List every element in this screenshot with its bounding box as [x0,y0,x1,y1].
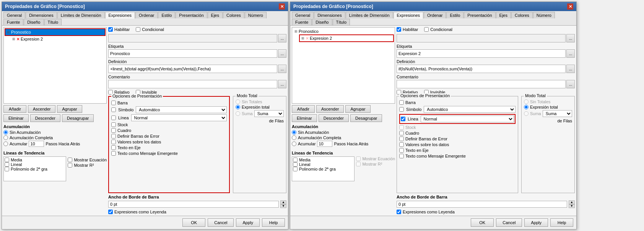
d2-condicion-input[interactable]: IsNull(Venta) [397,34,566,42]
d2-etiqueta-input[interactable] [397,49,566,58]
dialog1-close-button[interactable]: ✕ [279,3,285,10]
tab-limites[interactable]: Límites de Dimensión [57,12,105,18]
d2-tab-presentacion[interactable]: Presentación [464,12,495,18]
d2-suma-select[interactable]: Suma [543,110,572,117]
stock-checkbox[interactable] [111,122,116,127]
d2-texto-mensaje-checkbox[interactable] [399,154,404,158]
sin-acumulacion-radio[interactable] [3,130,8,135]
linea-select[interactable]: Normal [131,114,227,121]
tab-ejes[interactable]: Ejes [208,12,223,18]
comentario-edit-btn[interactable]: ... [278,80,286,88]
barra-checkbox[interactable] [111,101,116,105]
expresion-total-radio[interactable] [236,105,240,109]
d2-comentario-edit-btn[interactable]: ... [566,80,575,88]
tab-dimensiones[interactable]: Dimensiones [26,12,57,18]
sin-totales-radio[interactable] [236,99,240,104]
ancho-up-btn[interactable]: ▲ [280,200,286,204]
valores-datos-checkbox[interactable] [111,140,116,144]
d2-tab-expresiones[interactable]: Expresiones [394,12,424,19]
d2-acumular-radio[interactable] [292,142,296,146]
dialog2-tree[interactable]: ⊞ Pronostico ⊞ ✕ Expresion 2 [292,27,395,104]
ancho-down-btn[interactable]: ▼ [280,204,286,208]
lineal-checkbox[interactable] [5,162,9,167]
media-checkbox[interactable] [5,158,9,162]
d2-definicion-input[interactable] [397,65,566,73]
help-button[interactable]: Help [262,218,285,227]
texto-eje-checkbox[interactable] [111,145,116,150]
definicion-edit-btn[interactable]: ... [278,65,286,73]
suma-radio[interactable] [236,111,240,116]
d2-simbolo-checkbox[interactable] [399,107,404,112]
d2-polinomio-checkbox[interactable] [293,167,298,171]
tab-presentacion[interactable]: Presentación [176,12,207,18]
d2-linea-checkbox[interactable] [401,117,405,121]
d2-habilitar-checkbox[interactable] [397,27,401,32]
d2-cancel-button[interactable]: Cancel [496,218,522,227]
d2-tab-ejes[interactable]: Ejes [496,12,511,18]
d2-barra-checkbox[interactable] [399,100,404,105]
d2-definicion-edit-btn[interactable]: ... [566,65,575,73]
d2-media-checkbox[interactable] [293,158,298,162]
d2-ascend-button[interactable]: Ascender [316,105,344,113]
dialog1-tree[interactable]: ⊞ Pronostico ⊞ ✕ Expresion 2 [3,27,107,104]
d2-tab-estilo[interactable]: Estilo [446,12,463,18]
d2-lineal-checkbox[interactable] [293,162,298,167]
ungroup-button[interactable]: Desagrupar [62,114,94,122]
tab-fuente[interactable]: Fuente [3,19,23,25]
d2-acumulacion-completa-radio[interactable] [292,135,296,140]
d2-tendencia-list[interactable]: Media Lineal Polinomio de 2ª gra [292,156,355,181]
mostrar-r2-checkbox[interactable] [68,163,72,168]
tab-diseno[interactable]: Diseño [24,19,44,25]
etiqueta-edit-btn[interactable]: ... [278,49,286,58]
d2-descend-button[interactable]: Descender [319,114,349,122]
tendencia-list[interactable]: Media Lineal Polinomio de 2ª gra [3,156,66,181]
acumular-input[interactable] [29,141,44,147]
linea-checkbox[interactable] [111,116,116,120]
d2-help-button[interactable]: Help [550,218,573,227]
d2-expresion-total-radio[interactable] [524,105,529,109]
d2-tab-dimensiones[interactable]: Dimensiones [314,12,345,18]
d2-ancho-up-btn[interactable]: ▲ [569,200,575,204]
acumular-radio[interactable] [3,142,8,146]
d2-suma-radio[interactable] [524,111,529,116]
d2-tab-ordenar[interactable]: Ordenar [424,12,446,18]
d2-simbolo-select[interactable]: Automático [424,106,516,113]
simbolo-select[interactable]: Automático [136,106,227,113]
d2-tab-colores[interactable]: Colores [511,12,533,18]
d2-sin-acumulacion-radio[interactable] [292,130,296,135]
tab-colores[interactable]: Colores [223,12,244,18]
d2-tab-general[interactable]: General [292,12,314,18]
d2-mostrar-r2-checkbox[interactable] [356,162,361,166]
d2-ungroup-button[interactable]: Desagrupar [350,114,382,122]
d2-apply-button[interactable]: Apply [524,218,548,227]
d2-condicional-checkbox[interactable] [424,27,429,32]
tab-estilo[interactable]: Estilo [158,12,175,18]
tree-item-expresion2[interactable]: ⊞ ✕ Expresion 2 [11,36,106,42]
etiqueta-input[interactable] [108,49,277,58]
suma-select[interactable]: Suma [254,110,284,117]
d2-tab-diseno[interactable]: Diseño [312,19,332,25]
tab-general[interactable]: General [3,12,25,18]
d2-ancho-borde-input[interactable] [397,201,567,208]
d2-delete-button[interactable]: Eliminar [292,114,317,122]
d2-add-button[interactable]: Añadir [292,105,315,113]
habilitar-checkbox[interactable] [108,27,113,32]
descend-button[interactable]: Descender [30,114,60,122]
d2-etiqueta-edit-btn[interactable]: ... [566,49,575,58]
acumulacion-completa-radio[interactable] [3,135,8,140]
texto-mensaje-checkbox[interactable] [111,151,116,156]
definir-barras-checkbox[interactable] [111,134,116,138]
d2-texto-eje-checkbox[interactable] [399,148,404,153]
tab-numero[interactable]: Número [245,12,267,18]
d2-sin-totales-radio[interactable] [524,99,529,104]
d2-definir-barras-checkbox[interactable] [399,137,404,141]
d2-stock-checkbox[interactable] [399,125,404,130]
definicion-input[interactable] [108,65,277,73]
d2-tab-numero[interactable]: Número [533,12,555,18]
d2-ancho-down-btn[interactable]: ▼ [569,204,575,208]
d2-condicion-edit-btn[interactable]: ... [566,34,575,42]
expresiones-leyenda-checkbox[interactable] [108,210,113,214]
polinomio-checkbox[interactable] [5,167,9,171]
apply-button[interactable]: Apply [236,218,260,227]
ascend-button[interactable]: Ascender [28,105,55,113]
